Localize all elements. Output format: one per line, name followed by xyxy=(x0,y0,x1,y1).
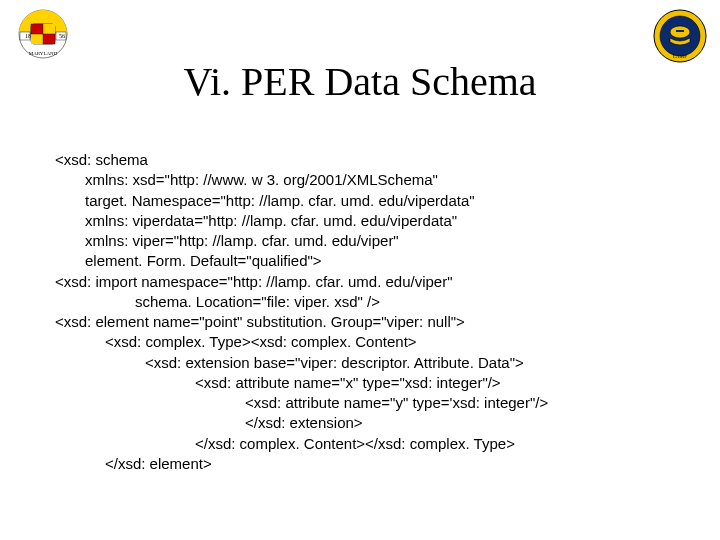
svg-text:56: 56 xyxy=(59,33,65,39)
code-line: element. Form. Default="qualified"> xyxy=(55,251,322,271)
code-line: </xsd: element> xyxy=(55,454,212,474)
code-line: <xsd: complex. Type><xsd: complex. Conte… xyxy=(55,332,417,352)
code-line: <xsd: attribute name="y" type='xsd: inte… xyxy=(55,393,548,413)
code-line: <xsd: extension base="viper: descriptor.… xyxy=(55,353,524,373)
code-line: schema. Location="file: viper. xsd" /> xyxy=(55,292,380,312)
svg-rect-3 xyxy=(43,34,55,44)
xsd-schema-code: <xsd: schema xmlns: xsd="http: //www. w … xyxy=(55,150,548,474)
code-line: </xsd: complex. Content></xsd: complex. … xyxy=(55,434,515,454)
code-line: xmlns: viperdata="http: //lamp. cfar. um… xyxy=(55,211,457,231)
svg-rect-5 xyxy=(31,34,43,44)
code-line: <xsd: attribute name="x" type="xsd: inte… xyxy=(55,373,501,393)
code-line: <xsd: schema xyxy=(55,151,148,168)
code-line: xmlns: xsd="http: //www. w 3. org/2001/X… xyxy=(55,170,438,190)
svg-text:MARYLAND: MARYLAND xyxy=(29,51,58,56)
code-line: xmlns: viper="http: //lamp. cfar. umd. e… xyxy=(55,231,399,251)
code-line: target. Namespace="http: //lamp. cfar. u… xyxy=(55,191,475,211)
svg-rect-16 xyxy=(676,30,684,32)
slide: 18 56 MARYLAND LAMP Vi. PER Data Schema … xyxy=(0,0,720,540)
code-line: </xsd: extension> xyxy=(55,413,363,433)
code-line: <xsd: element name="point" substitution.… xyxy=(55,313,465,330)
svg-rect-2 xyxy=(31,24,43,34)
svg-text:18: 18 xyxy=(25,33,31,39)
svg-rect-4 xyxy=(43,24,55,34)
slide-title: Vi. PER Data Schema xyxy=(0,58,720,105)
code-line: <xsd: import namespace="http: //lamp. cf… xyxy=(55,273,453,290)
umd-logo: 18 56 MARYLAND xyxy=(12,8,74,64)
